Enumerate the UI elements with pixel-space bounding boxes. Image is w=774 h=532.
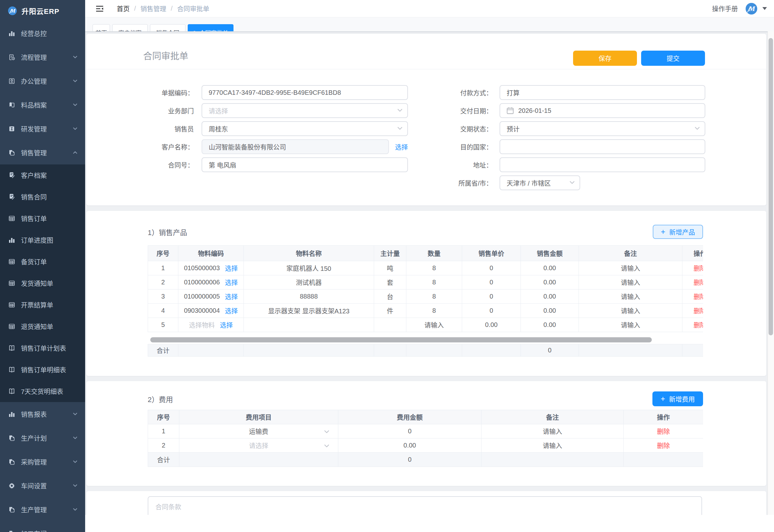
product-qty[interactable]: 8 (406, 261, 462, 275)
product-price[interactable]: 0 (462, 290, 521, 304)
sidebar-item[interactable]: 经营总控 (0, 21, 85, 45)
contract-no-input[interactable]: 第 电风扇 (202, 157, 408, 172)
sidebar-item[interactable]: 退货通知单 (0, 316, 85, 337)
products-column-header: 物料编码 (178, 246, 244, 261)
collapse-sidebar-icon[interactable] (96, 5, 103, 12)
payment-input[interactable]: 打算 (500, 85, 705, 100)
sidebar-item[interactable]: 销售报表 (0, 402, 85, 426)
sidebar-item[interactable]: 销售管理 (0, 141, 85, 164)
product-note[interactable]: 请输入 (579, 304, 682, 318)
sidebar-item[interactable]: 采购管理 (0, 450, 85, 474)
sidebar-item[interactable]: 客户档案 (0, 164, 85, 186)
sidebar-item[interactable]: 销售订单计划表 (0, 337, 85, 359)
view-tab[interactable]: 销售合同 (150, 24, 185, 31)
sidebar-item-label: 发货通知单 (21, 279, 77, 288)
add-product-button[interactable]: + 新增产品 (653, 225, 703, 239)
chevron-down-icon (73, 436, 77, 440)
department-select[interactable]: 请选择 (202, 103, 408, 118)
sidebar-item[interactable]: 办公管理 (0, 69, 85, 93)
delete-product-link[interactable]: 删除 (694, 279, 703, 286)
product-select-link[interactable]: 选择 (225, 292, 238, 301)
sidebar-item[interactable]: 订单进度图 (0, 229, 85, 251)
sidebar-item[interactable]: 7天交货明细表 (0, 380, 85, 402)
product-code[interactable]: 0105000003 (184, 264, 220, 272)
product-select-link[interactable]: 选择 (225, 263, 238, 273)
breadcrumb-module[interactable]: 销售管理 (141, 4, 166, 13)
products-table-viewport[interactable]: 序号物料编码物料名称主计量数量销售单价销售金额备注操作 1 0105000003… (148, 245, 703, 357)
delete-fee-link[interactable]: 删除 (657, 428, 670, 435)
products-total-label: 合计 (148, 344, 178, 357)
customer-value: 山河智能装备股份有限公司 (209, 142, 286, 152)
fee-amount[interactable]: 0 (338, 424, 481, 438)
delete-product-link[interactable]: 删除 (694, 293, 703, 300)
product-code[interactable]: 0100000005 (184, 293, 220, 300)
sidebar-item[interactable]: 备货订单 (0, 251, 85, 272)
sidebar-item[interactable]: 销售订单 (0, 208, 85, 229)
product-code[interactable]: 0903000004 (184, 307, 220, 314)
product-select-link[interactable]: 选择 (220, 320, 233, 330)
dest-country-input[interactable] (500, 139, 705, 154)
delivery-date-input[interactable]: 2026-01-15 (500, 103, 705, 118)
view-tab[interactable]: 客户档案 (112, 24, 148, 31)
vertical-scrollbar-thumb[interactable] (769, 38, 773, 335)
contract-no-label: 合同号： (148, 160, 202, 170)
view-tab[interactable]: 首页 (93, 24, 110, 31)
sidebar-item[interactable]: 加工车间 (0, 521, 85, 532)
sidebar-item[interactable]: 研发管理 (0, 117, 85, 141)
product-note[interactable]: 请输入 (579, 275, 682, 290)
fee-note[interactable]: 请输入 (481, 438, 624, 453)
sidebar-item[interactable]: 车间设置 (0, 474, 85, 498)
fee-item-select[interactable]: 请选择 (182, 441, 335, 450)
delete-product-link[interactable]: 删除 (694, 322, 703, 329)
sidebar-item[interactable]: 销售合同 (0, 186, 85, 208)
user-menu-caret-icon[interactable] (762, 7, 767, 10)
sidebar-item[interactable]: 销售订单明细表 (0, 359, 85, 380)
fee-item-select[interactable]: 运输费 (182, 427, 335, 436)
sidebar-item[interactable]: 流程管理 (0, 45, 85, 69)
add-fee-button[interactable]: + 新增费用 (652, 391, 703, 406)
doc-code-input[interactable]: 9770CA17-3497-4DB2-995E-B49E9CF61BD8 (202, 85, 408, 100)
product-unit: 吨 (374, 261, 406, 275)
product-price[interactable]: 0.00 (462, 318, 521, 332)
fee-amount[interactable]: 0.00 (338, 438, 481, 453)
sidebar-item[interactable]: 料品档案 (0, 93, 85, 117)
breadcrumb-home[interactable]: 首页 (117, 4, 130, 13)
delete-product-link[interactable]: 删除 (694, 308, 703, 315)
product-qty[interactable]: 8 (406, 290, 462, 304)
horizontal-scrollbar-thumb[interactable] (150, 337, 652, 342)
delivery-status-select[interactable]: 预计 (500, 121, 705, 136)
delete-product-link[interactable]: 删除 (694, 265, 703, 272)
sidebar-item[interactable]: 开票结算单 (0, 294, 85, 316)
sidebar-item[interactable]: 生产管理 (0, 498, 85, 521)
product-note[interactable]: 请输入 (579, 290, 682, 304)
product-price[interactable]: 0 (462, 304, 521, 318)
product-seq: 3 (148, 290, 178, 304)
customer-select-link[interactable]: 选择 (395, 142, 408, 152)
contract-terms-textarea[interactable] (148, 496, 702, 515)
product-select-link[interactable]: 选择 (225, 278, 238, 287)
product-code[interactable]: 0100000006 (184, 279, 220, 286)
fee-note[interactable]: 请输入 (481, 424, 624, 438)
sidebar-item[interactable]: 生产计划 (0, 426, 85, 450)
sidebar-item[interactable]: 发货通知单 (0, 272, 85, 294)
province-select[interactable]: 天津市 / 市辖区 (500, 175, 580, 190)
product-qty[interactable]: 8 (406, 304, 462, 318)
address-input[interactable] (500, 157, 705, 172)
manual-link[interactable]: 操作手册 (712, 4, 738, 13)
product-note[interactable]: 请输入 (579, 261, 682, 275)
view-tab[interactable]: 合同审批单 (188, 24, 233, 31)
save-button[interactable]: 保存 (573, 51, 637, 66)
product-select-link[interactable]: 选择 (225, 306, 238, 315)
page-scroll-area[interactable]: 合同审批单 保存 提交 单据编码： 9770CA17-3497-4DB2-995… (85, 31, 768, 515)
product-price[interactable]: 0 (462, 261, 521, 275)
product-qty[interactable]: 8 (406, 275, 462, 290)
product-code[interactable]: 选择物料 (189, 320, 215, 330)
app-logo: M 升阳云ERP (0, 0, 85, 21)
user-avatar[interactable]: M (746, 3, 757, 15)
delete-fee-link[interactable]: 删除 (657, 442, 670, 449)
salesman-select[interactable]: 周桂东 (202, 121, 408, 136)
product-price[interactable]: 0 (462, 275, 521, 290)
submit-button[interactable]: 提交 (641, 51, 705, 66)
product-note[interactable]: 请输入 (579, 318, 682, 332)
product-qty[interactable]: 请输入 (406, 318, 462, 332)
